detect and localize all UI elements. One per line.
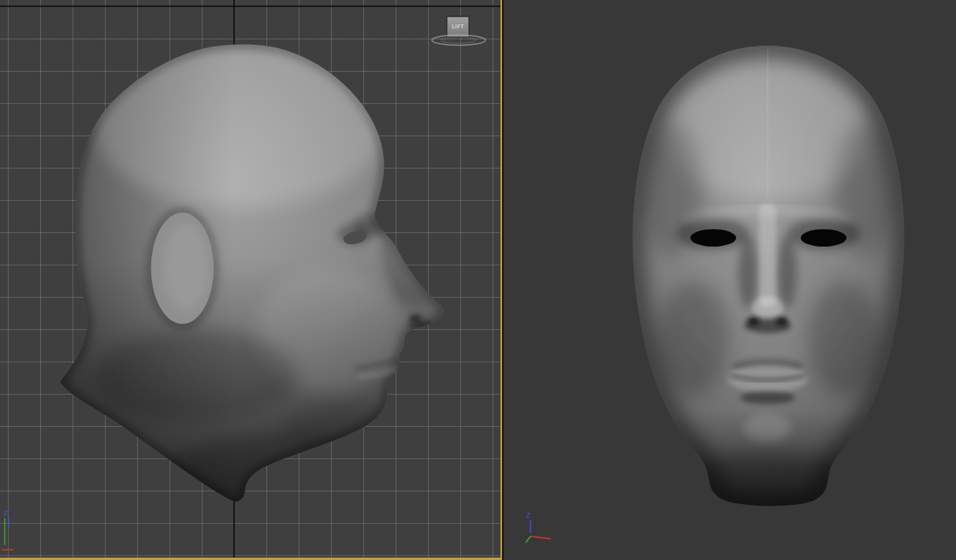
axis-tripod-left: z <box>1 506 34 554</box>
viewport-right[interactable]: z <box>504 0 956 560</box>
viewport-left[interactable]: LIFT z <box>0 0 502 560</box>
modeling-app-window: LIFT z <box>0 0 956 560</box>
z-axis-label: z <box>3 508 9 517</box>
x-axis-line <box>530 536 551 539</box>
lift-ring-icon <box>430 33 488 47</box>
profile-head-canvas <box>0 0 500 558</box>
nose-ridge-highlight <box>759 203 776 307</box>
left-eye-hole <box>690 229 736 247</box>
chin-highlight <box>744 414 791 442</box>
axis-tripod-right: z <box>524 508 571 544</box>
lift-label: LIFT <box>452 24 464 30</box>
left-nostril <box>747 317 760 325</box>
y-axis-line <box>526 536 530 543</box>
z-axis-label: z <box>526 510 531 519</box>
right-eye-hole <box>801 229 846 247</box>
front-head-canvas <box>504 0 956 560</box>
profile-head-shading <box>39 32 479 525</box>
right-nostril <box>776 317 788 325</box>
